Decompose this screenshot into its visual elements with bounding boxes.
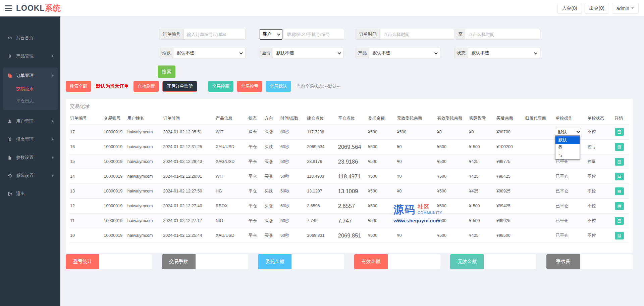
sidebar-item-4[interactable]: 报表管理 — [3, 133, 58, 146]
control-dropdown-option[interactable]: 默认 — [555, 136, 580, 144]
detail-button[interactable]: ▤ — [615, 202, 624, 210]
search-all-button[interactable]: 搜索全部 — [66, 81, 91, 92]
invalid-entrust-balance: ¥0 — [396, 213, 437, 228]
sidebar-item-5[interactable]: 参数设置 — [3, 151, 58, 164]
withdraw-button[interactable]: 出金(0) — [585, 3, 609, 14]
summary-value-box[interactable] — [580, 254, 633, 269]
column-header: 建仓点位 — [306, 113, 337, 125]
time-to-input[interactable] — [465, 29, 540, 40]
summary-value-box[interactable] — [484, 254, 536, 269]
column-header: 订单时间 — [162, 113, 215, 125]
open-price: 2069.831 — [306, 228, 337, 243]
sidebar-active-group: 订单管理交易流水平仓日志 — [3, 68, 58, 110]
duration: 60秒 — [280, 228, 306, 243]
control-dropdown-option[interactable]: 盈 — [555, 144, 580, 151]
summary-value-box[interactable] — [196, 254, 248, 269]
column-header: 方向 — [264, 113, 280, 125]
status: 平仓 — [248, 184, 264, 199]
status-select[interactable]: 默认不选 — [468, 48, 540, 58]
hamburger-menu-icon[interactable] — [5, 5, 12, 11]
column-header: 订单编号 — [69, 113, 103, 125]
today-note-text: 默认为当天订单 — [96, 83, 129, 89]
column-header: 交易账号 — [103, 113, 126, 125]
open-price: 117.7238 — [306, 125, 337, 139]
order-id: 16 — [69, 139, 103, 154]
order-listen-button[interactable]: 开启订单监听 — [162, 81, 197, 92]
bitcoin-icon — [7, 53, 13, 59]
customer-input[interactable] — [284, 29, 344, 40]
sidebar-item-3[interactable]: 用户管理 — [3, 115, 58, 128]
summary-value-box[interactable] — [388, 254, 440, 269]
actual-pnl: ¥-500 — [469, 139, 496, 154]
yen-icon — [7, 137, 13, 142]
global-status-text: 当前全局状态: --默认-- — [297, 83, 340, 89]
single-control-cell: 已平仓 — [555, 213, 587, 228]
detail-button[interactable]: ▤ — [615, 217, 624, 225]
chevron-down-icon — [577, 130, 580, 133]
chevron-right-icon — [52, 174, 54, 177]
product-select[interactable]: 默认不选 — [369, 48, 440, 58]
search-button[interactable]: 搜索 — [158, 65, 175, 78]
updown-select[interactable]: 默认不选 — [173, 48, 246, 58]
app-logo: LOOKL系统 — [16, 3, 61, 13]
entrust-balance: ¥500 — [367, 184, 396, 199]
sidebar-item-6[interactable]: 系统设置 — [3, 169, 58, 182]
sidebar-subitem-trade-flow[interactable]: 交易流水 — [3, 83, 58, 95]
column-header: 有效委托余额 — [436, 113, 468, 125]
chevron-right-icon — [52, 156, 54, 159]
global-default-button[interactable]: 全局默认 — [266, 81, 291, 92]
after-balance: ¥99775 — [496, 154, 524, 169]
time-from-input[interactable] — [380, 29, 454, 40]
detail-button[interactable]: ▤ — [615, 173, 624, 180]
entrust-balance: ¥500 — [367, 139, 396, 154]
detail-button[interactable]: ▤ — [615, 232, 624, 239]
order-time: 2024-01-02 12:29:43 — [162, 154, 215, 169]
customer-type-select[interactable]: 客户 — [260, 29, 282, 40]
summary-group: 盈亏统计 — [66, 254, 152, 269]
single-control-cell: 已平仓 — [555, 199, 587, 213]
sidebar-item-1[interactable]: 产品管理 — [3, 49, 58, 63]
duration: 60秒 — [280, 154, 306, 169]
detail-button[interactable]: ▤ — [615, 187, 624, 195]
detail-button[interactable]: ▤ — [615, 158, 624, 166]
order-no-input[interactable] — [183, 29, 246, 40]
close-price: 118.4971 — [337, 169, 367, 184]
deposit-button[interactable]: 入金(0) — [557, 3, 582, 14]
global-win-button[interactable]: 全局控赢 — [208, 81, 233, 92]
order-id: 15 — [69, 154, 103, 169]
auto-refresh-button[interactable]: 自动刷新 — [133, 81, 159, 92]
order-time: 2024-01-02 12:31:25 — [162, 139, 215, 154]
global-lose-button[interactable]: 全局控亏 — [237, 81, 262, 92]
single-control-status: 不控 — [587, 199, 614, 213]
sidebar-item-0[interactable]: 后台首页 — [3, 31, 58, 45]
open-price: 13.1207 — [306, 184, 337, 199]
actual-pnl: ¥0 — [469, 125, 496, 139]
sidebar-item-7[interactable]: 退出 — [3, 187, 58, 201]
pnl-select[interactable]: 默认不选 — [273, 48, 344, 58]
single-control-cell: 已平仓 — [555, 228, 587, 243]
sidebar-item-orders[interactable]: 订单管理 — [3, 69, 58, 82]
detail-button[interactable]: ▤ — [615, 128, 624, 136]
agent — [524, 199, 555, 213]
summary-value-box[interactable] — [99, 254, 152, 269]
account: 10000019 — [103, 169, 126, 184]
user-name: haiwaiymcom — [127, 139, 163, 154]
sidebar-subitem-close-log[interactable]: 平仓日志 — [3, 95, 58, 107]
after-balance: ¥99925 — [496, 213, 524, 228]
chevron-down-icon — [631, 7, 634, 9]
table-row: 1710000019haiwaiymcom2024-01-02 12:35:51… — [69, 125, 629, 139]
user-menu-button[interactable]: admin — [612, 3, 639, 14]
summary-value-box[interactable] — [291, 254, 344, 269]
single-control-status: 不控 — [587, 125, 614, 139]
actual-pnl: ¥-500 — [469, 199, 496, 213]
control-dropdown-option[interactable]: 亏 — [555, 151, 580, 159]
pnl-label: 盈亏 — [260, 48, 273, 58]
close-price: 2069.851 — [337, 228, 367, 243]
duration: 60秒 — [280, 169, 306, 184]
time-to-label: 至 — [456, 29, 465, 40]
chevron-right-icon — [52, 120, 54, 123]
detail-button[interactable]: ▤ — [615, 143, 624, 151]
invalid-entrust-balance: ¥0 — [396, 139, 437, 154]
invalid-entrust-balance: ¥0 — [396, 154, 437, 169]
product-label: 产品 — [356, 48, 369, 58]
